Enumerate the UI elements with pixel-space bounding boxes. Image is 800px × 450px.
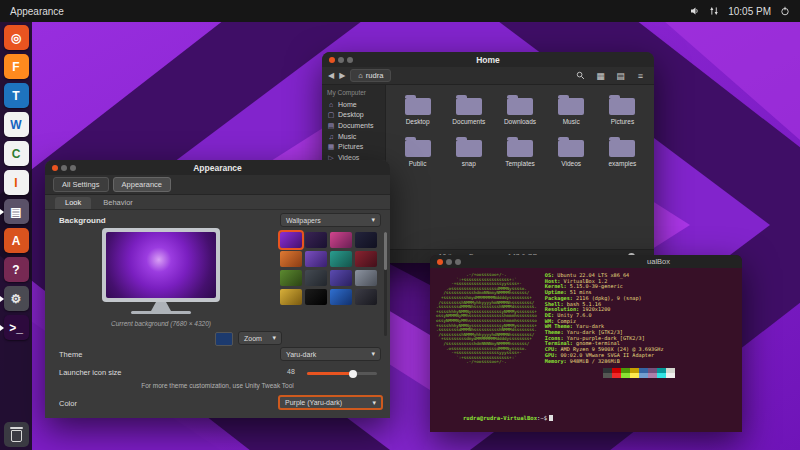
terminal-content[interactable]: .-/+oossssoo+/-. `:+ssssssssssssssssss+:…	[430, 268, 742, 432]
wallpaper-thumbnail[interactable]	[305, 270, 327, 286]
firefox-launcher-button[interactable]: F	[4, 54, 29, 79]
libreoffice-impress-launcher-button[interactable]: I	[4, 170, 29, 195]
wallpaper-thumbnail[interactable]	[355, 289, 377, 305]
color-label: Color	[59, 399, 77, 408]
maximize-button[interactable]	[70, 165, 76, 171]
folder-item[interactable]: examples	[599, 137, 646, 167]
window-controls	[430, 259, 461, 265]
wallpaper-thumbnail[interactable]	[305, 232, 327, 248]
thunderbird-launcher-button[interactable]: T	[4, 83, 29, 108]
terminal-launcher-button[interactable]: >_	[4, 315, 29, 340]
wallpaper-thumbnail[interactable]	[280, 232, 302, 248]
network-icon[interactable]	[709, 6, 719, 16]
home-icon: ⌂	[327, 101, 335, 108]
folder-item[interactable]: Pictures	[599, 95, 646, 125]
wallpaper-thumbnail[interactable]	[355, 270, 377, 286]
close-button[interactable]	[329, 57, 335, 63]
wallpaper-source-dropdown[interactable]: Wallpapers ▾	[280, 213, 381, 227]
view-grid-icon[interactable]: ▦	[593, 69, 608, 82]
wallpaper-thumbnail[interactable]	[280, 270, 302, 286]
libreoffice-impress-icon: I	[14, 177, 17, 189]
launcher-size-slider[interactable]	[307, 372, 377, 375]
folder-item[interactable]: Music	[548, 95, 595, 125]
neofetch-info-line: Memory: 948MiB / 3286MiB	[545, 359, 675, 365]
breadcrumb-label: rudra	[366, 71, 384, 80]
wallpaper-thumbnail[interactable]	[280, 289, 302, 305]
current-panel-button[interactable]: Appearance	[113, 177, 171, 192]
terminal-palette-row-2	[603, 373, 675, 378]
wallpaper-thumbnail[interactable]	[330, 289, 352, 305]
chevron-down-icon: ▾	[272, 334, 276, 342]
wallpaper-thumbnail[interactable]	[330, 251, 352, 267]
folder-item[interactable]: Templates	[496, 137, 543, 167]
files-titlebar[interactable]: Home	[322, 52, 654, 67]
breadcrumb[interactable]: ⌂ rudra	[350, 69, 391, 82]
clock[interactable]: 10:05 PM	[728, 6, 771, 17]
folder-item[interactable]: snap	[445, 137, 492, 167]
folder-grid: DesktopDocumentsDownloadsMusicPicturesPu…	[386, 85, 654, 249]
wallpaper-thumbnail[interactable]	[355, 232, 377, 248]
libreoffice-calc-launcher-button[interactable]: C	[4, 141, 29, 166]
all-settings-button[interactable]: All Settings	[53, 177, 109, 192]
chevron-down-icon: ▾	[372, 399, 376, 407]
minimize-button[interactable]	[446, 259, 452, 265]
wallpaper-thumbnail[interactable]	[280, 251, 302, 267]
ubuntu-icon: ◎	[11, 32, 21, 44]
sidebar-item-home[interactable]: ⌂Home	[322, 99, 385, 109]
appearance-window-title: Appearance	[45, 163, 390, 173]
terminal-titlebar[interactable]: ualBox	[430, 255, 742, 268]
folder-item[interactable]: Documents	[445, 95, 492, 125]
menu-icon[interactable]: ≡	[633, 69, 648, 82]
folder-icon	[405, 140, 431, 157]
chevron-down-icon: ▾	[371, 216, 375, 224]
close-button[interactable]	[52, 165, 58, 171]
wallpaper-scrollbar[interactable]	[384, 232, 387, 336]
folder-item[interactable]: Videos	[548, 137, 595, 167]
background-color-swatch[interactable]	[215, 332, 233, 346]
power-icon[interactable]	[780, 6, 790, 16]
ubuntu-launcher-button[interactable]: ◎	[4, 25, 29, 50]
sidebar-item-pictures[interactable]: ▦Pictures	[322, 141, 385, 152]
folder-label: Desktop	[394, 118, 441, 125]
files-launcher-button[interactable]: ▤	[4, 199, 29, 224]
wallpaper-thumbnail[interactable]	[305, 251, 327, 267]
wallpaper-thumbnail[interactable]	[355, 251, 377, 267]
info-label: Memory:	[545, 358, 570, 364]
minimize-button[interactable]	[61, 165, 67, 171]
folder-item[interactable]: Public	[394, 137, 441, 167]
folder-icon	[558, 98, 584, 115]
prompt-suffix: :~$	[537, 415, 547, 421]
sidebar-item-desktop[interactable]: ▢Desktop	[322, 109, 385, 120]
maximize-button[interactable]	[347, 57, 353, 63]
folder-item[interactable]: Downloads	[496, 95, 543, 125]
tab-look[interactable]: Look	[55, 197, 91, 209]
maximize-button[interactable]	[455, 259, 461, 265]
info-value: 948MiB / 3286MiB	[570, 358, 620, 364]
color-dropdown[interactable]: Purple (Yaru-dark) ▾	[278, 395, 383, 410]
close-button[interactable]	[437, 259, 443, 265]
settings-launcher-button[interactable]: ⚙	[4, 286, 29, 311]
appearance-titlebar[interactable]: Appearance	[45, 160, 390, 175]
folder-item[interactable]: Desktop	[394, 95, 441, 125]
forward-icon[interactable]: ▶	[339, 71, 345, 80]
zoom-dropdown[interactable]: Zoom ▾	[238, 331, 282, 345]
wallpaper-thumbnail[interactable]	[305, 289, 327, 305]
sidebar-item-documents[interactable]: ▤Documents	[322, 120, 385, 131]
sidebar-item-music[interactable]: ♫Music	[322, 131, 385, 141]
theme-dropdown[interactable]: Yaru-dark ▾	[280, 347, 381, 361]
wallpaper-thumbnail[interactable]	[330, 232, 352, 248]
trash-button[interactable]	[4, 422, 29, 447]
view-list-icon[interactable]: ▤	[613, 69, 628, 82]
minimize-button[interactable]	[338, 57, 344, 63]
search-icon[interactable]	[573, 69, 588, 82]
slider-knob[interactable]	[349, 370, 357, 378]
libreoffice-writer-launcher-button[interactable]: W	[4, 112, 29, 137]
tweak-tool-note: For more theme customization, use Unity …	[45, 382, 390, 389]
volume-icon[interactable]	[690, 6, 700, 16]
ubuntu-software-launcher-button[interactable]: A	[4, 228, 29, 253]
help-launcher-button[interactable]: ?	[4, 257, 29, 282]
tab-behavior[interactable]: Behavior	[93, 197, 143, 209]
music-icon: ♫	[327, 133, 335, 140]
back-icon[interactable]: ◀	[328, 71, 334, 80]
wallpaper-thumbnail[interactable]	[330, 270, 352, 286]
